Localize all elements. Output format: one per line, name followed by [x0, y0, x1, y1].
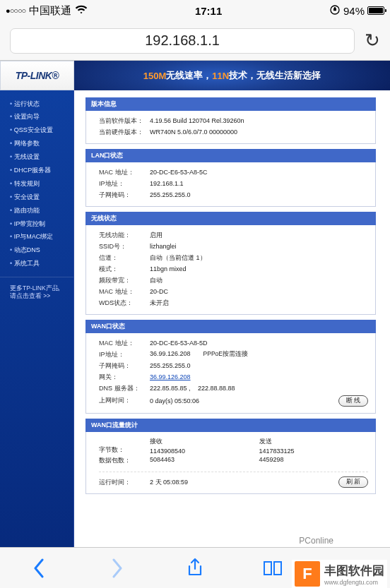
header-banner: 150M无线速率，11N技术，无线生活新选择 — [74, 61, 390, 90]
lan-mask-label: 子网掩码： — [99, 191, 150, 200]
runtime-label: 运行时间： — [99, 478, 150, 487]
reload-icon[interactable]: ↻ — [365, 30, 380, 52]
bytes-tx: 1417833125 — [259, 447, 369, 455]
wan-conn-type: PPPoE按需连接 — [203, 350, 248, 357]
runtime-value: 2 天 05:08:59 — [150, 478, 228, 487]
sidebar-item-qos[interactable]: IP带宽控制 — [0, 217, 73, 231]
wan-dns-value: 222.85.85.85 , 222.88.88.88 — [150, 385, 368, 392]
section-wan-head: WAN口状态 — [85, 320, 376, 333]
section-lan: MAC 地址：20-DC-E6-53-A8-5C IP地址：192.168.1.… — [85, 162, 376, 207]
pkts-label: 数据包数： — [99, 455, 150, 466]
url-field[interactable]: 192.168.1.1 — [10, 28, 355, 54]
section-traffic-head: WAN口流量统计 — [85, 419, 376, 432]
status-content: 版本信息 当前软件版本：4.19.56 Build 120704 Rel.392… — [74, 90, 390, 547]
disconnect-button[interactable]: 断 线 — [338, 395, 368, 407]
wan-mask-value: 255.255.255.0 — [150, 362, 368, 369]
watermark-fengtu-logo: F — [295, 561, 320, 587]
section-version: 当前软件版本：4.19.56 Build 120704 Rel.39260n 当… — [85, 111, 376, 144]
wan-mac-label: MAC 地址： — [99, 339, 150, 348]
sidebar-item-ipmac[interactable]: IP与MAC绑定 — [0, 231, 73, 244]
wlan-bw-label: 频段带宽： — [99, 276, 150, 285]
watermark-pconline: PConline — [299, 536, 333, 546]
router-header: TP-LINK® 150M无线速率，11N技术，无线生活新选择 — [0, 61, 390, 90]
refresh-button[interactable]: 刷 新 — [338, 476, 368, 488]
pkts-tx: 4459298 — [259, 455, 369, 464]
wan-dns-label: DNS 服务器： — [99, 384, 150, 393]
wan-uptime-label: 上网时间： — [99, 396, 150, 405]
wan-uptime-value: 0 day(s) 05:50:06 — [150, 397, 228, 404]
sidebar-item-wizard[interactable]: 设置向导 — [0, 111, 73, 124]
fw-value: 4.19.56 Build 120704 Rel.39260n — [150, 117, 368, 124]
forward-button[interactable] — [98, 558, 137, 578]
sidebar-item-forward[interactable]: 转发规则 — [0, 177, 73, 191]
lan-ip-value: 192.168.1.1 — [150, 180, 368, 187]
wifi-icon — [75, 5, 88, 17]
watermark-fengtu: F 丰图软件园www.dgfengtu.com — [292, 560, 387, 588]
signal-icon: ●○○○○ — [6, 6, 25, 15]
sidebar-item-network[interactable]: 网络参数 — [0, 138, 73, 151]
rx-col-head: 接收 — [150, 436, 259, 447]
wlan-enabled-label: 无线功能： — [99, 231, 150, 240]
section-version-head: 版本信息 — [85, 97, 376, 111]
lan-ip-label: IP地址： — [99, 179, 150, 188]
sidebar-item-security[interactable]: 安全设置 — [0, 191, 73, 204]
sidebar-item-wireless[interactable]: 无线设置 — [0, 151, 73, 164]
wlan-ssid-value: lizhanglei — [150, 243, 368, 250]
bytes-rx: 1143908540 — [150, 447, 259, 455]
sidebar-item-tools[interactable]: 系统工具 — [0, 258, 73, 271]
sidebar-more-link[interactable]: 更多TP-LINK产品, 请点击查看 >> — [0, 277, 73, 308]
section-wlan-head: 无线状态 — [85, 212, 376, 225]
ios-status-bar: ●○○○○ 中国联通 17:11 94% — [0, 0, 390, 21]
wan-ip-label: IP地址： — [99, 350, 150, 359]
wlan-channel-label: 信道： — [99, 253, 150, 263]
section-traffic: 字节数： 数据包数： 接收 1143908540 5084463 发送 1417… — [85, 432, 376, 494]
bytes-label: 字节数： — [99, 445, 150, 455]
wlan-channel-value: 自动（当前信道 1） — [150, 253, 368, 263]
sidebar-item-routing[interactable]: 路由功能 — [0, 204, 73, 217]
wlan-enabled-value: 启用 — [150, 231, 368, 240]
section-wlan: 无线功能：启用 SSID号：lizhanglei 信道：自动（当前信道 1） 模… — [85, 225, 376, 315]
fw-label: 当前软件版本： — [99, 116, 150, 126]
bookmarks-button[interactable] — [253, 559, 292, 577]
safari-address-bar: 192.168.1.1 ↻ — [0, 21, 390, 61]
carrier-label: 中国联通 — [29, 4, 71, 18]
section-lan-head: LAN口状态 — [85, 149, 376, 162]
lan-mac-label: MAC 地址： — [99, 168, 150, 177]
wan-ip-value: 36.99.126.208PPPoE按需连接 — [150, 350, 368, 359]
wlan-wds-value: 未开启 — [150, 299, 368, 308]
sidebar-item-dhcp[interactable]: DHCP服务器 — [0, 164, 73, 177]
orientation-lock-icon — [329, 4, 341, 18]
wan-gw-value: 36.99.126.208 — [150, 373, 368, 380]
page-viewport: TP-LINK® 150M无线速率，11N技术，无线生活新选择 运行状态 设置向… — [0, 61, 390, 547]
lan-mac-value: 20-DC-E6-53-A8-5C — [150, 169, 368, 176]
sidebar-item-status[interactable]: 运行状态 — [0, 97, 73, 111]
pkts-rx: 5084463 — [150, 455, 259, 464]
back-button[interactable] — [19, 558, 59, 578]
wlan-mode-value: 11bgn mixed — [150, 265, 368, 272]
wlan-mac-label: MAC 地址： — [99, 287, 150, 296]
sidebar-item-ddns[interactable]: 动态DNS — [0, 244, 73, 258]
wlan-bw-value: 自动 — [150, 276, 368, 285]
wlan-mode-label: 模式： — [99, 265, 150, 274]
tplink-logo: TP-LINK® — [0, 61, 74, 90]
wan-mac-value: 20-DC-E6-53-A8-5D — [150, 340, 368, 347]
wan-gw-label: 网关： — [99, 373, 150, 382]
hw-label: 当前硬件版本： — [99, 128, 150, 137]
battery-icon — [367, 6, 384, 15]
section-wan: MAC 地址：20-DC-E6-53-A8-5D IP地址：36.99.126.… — [85, 333, 376, 414]
tx-col-head: 发送 — [259, 436, 369, 447]
wlan-ssid-label: SSID号： — [99, 242, 150, 251]
hw-value: WR740N 5.0/6.0/7.0 00000000 — [150, 128, 368, 136]
battery-percent: 94% — [343, 5, 365, 17]
clock: 17:11 — [195, 5, 222, 17]
share-button[interactable] — [175, 558, 215, 579]
sidebar-item-qss[interactable]: QSS安全设置 — [0, 124, 73, 138]
wlan-mac-value: 20-DC — [150, 288, 368, 295]
lan-mask-value: 255.255.255.0 — [150, 191, 368, 198]
sidebar-nav: 运行状态 设置向导 QSS安全设置 网络参数 无线设置 DHCP服务器 转发规则… — [0, 90, 74, 547]
wan-mask-label: 子网掩码： — [99, 361, 150, 371]
wlan-wds-label: WDS状态： — [99, 299, 150, 308]
